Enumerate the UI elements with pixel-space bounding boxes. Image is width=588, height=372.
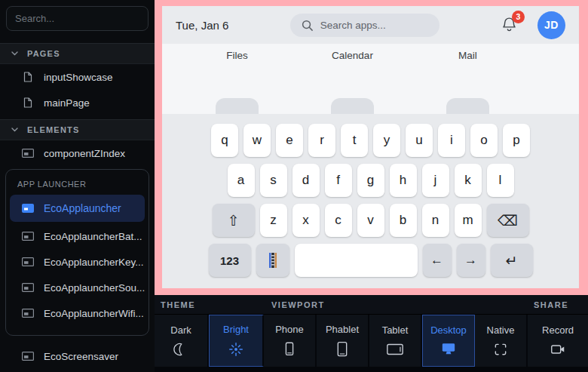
letter-key[interactable]: f	[325, 164, 352, 197]
phablet-icon	[334, 341, 351, 358]
sun-sparkle-icon	[228, 341, 244, 358]
moon-icon	[173, 342, 188, 357]
sidebar-item-ecoapplauncherkey[interactable]: EcoApplauncherKey...	[10, 249, 145, 275]
letter-key[interactable]: l	[487, 164, 514, 197]
letter-key[interactable]: k	[455, 164, 482, 197]
component-icon	[22, 283, 34, 292]
enter-key[interactable]: ↵	[491, 244, 533, 277]
app-launcher-screen: Tue, Jan 6 Search apps... 3 JD FilesCale…	[162, 6, 579, 288]
notifications-button[interactable]: 3	[501, 16, 518, 35]
letter-key[interactable]: s	[260, 164, 287, 197]
viewport-desktop-button[interactable]: Desktop	[422, 315, 475, 367]
desktop-monitor-icon	[440, 342, 457, 357]
letter-key[interactable]: p	[503, 124, 530, 157]
theme-bright-button-label: Bright	[223, 324, 249, 335]
component-icon	[22, 309, 34, 318]
share-section-label: SHARE	[534, 300, 568, 309]
sidebar-search-input[interactable]	[7, 13, 155, 24]
sidebar-item-label: componentZIndex	[44, 148, 125, 159]
theme-dark-button[interactable]: Dark	[155, 315, 209, 367]
section-elements[interactable]: ELEMENTS	[0, 119, 155, 140]
letter-key[interactable]: g	[357, 164, 384, 197]
letter-key[interactable]: o	[470, 124, 498, 157]
letter-key[interactable]: a	[228, 164, 255, 197]
app-tile-partial[interactable]	[331, 98, 374, 114]
sidebar-item-componentzindex[interactable]: componentZIndex	[0, 140, 155, 166]
sidebar-item-ecoapplauncherwifi[interactable]: EcoApplauncherWifi...	[10, 300, 145, 326]
app-tile-partial[interactable]	[446, 98, 489, 114]
app-label[interactable]: Files	[179, 50, 295, 61]
letter-key[interactable]: m	[455, 204, 482, 237]
letter-key[interactable]: j	[422, 164, 449, 197]
shift-key[interactable]: ⇧	[213, 204, 255, 237]
letter-key[interactable]: r	[308, 124, 335, 157]
sidebar-item-mainpage[interactable]: mainPage	[0, 90, 155, 115]
keyboard-row-2: asdfghjkl	[228, 164, 514, 197]
app-search-field[interactable]: Search apps...	[290, 14, 439, 37]
arrow-left-key[interactable]: ←	[423, 244, 452, 277]
arrow-right-key[interactable]: →	[457, 244, 485, 277]
viewport-desktop-button-label: Desktop	[430, 324, 467, 336]
component-icon	[22, 257, 34, 266]
letter-key[interactable]: u	[406, 124, 433, 157]
chevron-down-icon	[11, 128, 18, 132]
sidebar-item-ecoapplauncherSou[interactable]: EcoApplauncherSou...	[10, 275, 145, 300]
user-avatar[interactable]: JD	[537, 11, 565, 39]
letter-key[interactable]: c	[325, 204, 352, 237]
sidebar-item-label: EcoApplauncher	[44, 202, 121, 214]
app-label[interactable]: Calendar	[295, 50, 410, 61]
letter-key[interactable]: d	[292, 164, 320, 197]
backspace-key[interactable]: ⌫	[487, 204, 529, 237]
letter-key[interactable]: n	[422, 204, 449, 237]
letter-key[interactable]: e	[276, 124, 303, 157]
preview-frame: Tue, Jan 6 Search apps... 3 JD FilesCale…	[155, 0, 588, 295]
numeric-mode-key[interactable]: 123	[209, 244, 251, 277]
sidebar-search[interactable]	[6, 6, 149, 31]
viewport-native-button-label: Native	[487, 324, 515, 336]
sidebar-item-getzindex[interactable]: getZIndex	[0, 369, 155, 372]
theme-section-label: THEME	[161, 300, 195, 309]
letter-key[interactable]: z	[260, 204, 287, 237]
theme-dark-button-label: Dark	[170, 324, 191, 336]
section-pages-label: PAGES	[27, 49, 60, 58]
app-tile-partial[interactable]	[216, 98, 259, 114]
letter-key[interactable]: h	[390, 164, 417, 197]
letter-key[interactable]: x	[292, 204, 320, 237]
letter-key[interactable]: q	[211, 124, 238, 157]
sidebar-item-ecoapplauncherbat[interactable]: EcoApplauncherBat...	[10, 223, 145, 249]
viewport-phone-button[interactable]: Phone	[264, 315, 317, 367]
sidebar-item-inputshowcase[interactable]: inputShowcase	[0, 64, 155, 90]
section-elements-label: ELEMENTS	[27, 125, 80, 134]
emoji-key[interactable]	[256, 244, 289, 277]
letter-key[interactable]: i	[438, 124, 465, 157]
letter-key[interactable]: t	[341, 124, 368, 157]
viewport-phablet-button[interactable]: Phablet	[317, 315, 369, 367]
letter-key[interactable]: v	[357, 204, 384, 237]
app-tiles-row	[179, 98, 526, 114]
component-icon	[22, 232, 34, 241]
virtual-keyboard: qwertyuiop asdfghjkl ⇧ zxcvbnm ⌫ 123	[162, 114, 579, 288]
tablet-icon	[386, 342, 404, 357]
keyboard-row-4: 123 ← → ↵	[209, 244, 533, 277]
viewport-native-button[interactable]: Native	[475, 315, 528, 367]
letter-key[interactable]: y	[373, 124, 400, 157]
keyboard-row-1: qwertyuiop	[211, 124, 530, 157]
emoji-strip-icon	[269, 253, 277, 268]
letter-key[interactable]: b	[390, 204, 417, 237]
sidebar-item-label: mainPage	[44, 97, 90, 109]
section-pages[interactable]: PAGES	[0, 43, 155, 64]
app-grid-area: FilesCalendarMail	[162, 44, 579, 114]
sidebar-item-ecoapplauncher-selected[interactable]: EcoApplauncher	[10, 195, 145, 222]
viewport-tablet-button[interactable]: Tablet	[369, 315, 422, 367]
share-record-button[interactable]: Record	[528, 315, 588, 367]
notification-badge: 3	[512, 11, 525, 23]
app-search-placeholder: Search apps...	[320, 20, 386, 31]
letter-key[interactable]: w	[243, 124, 271, 157]
app-launcher-group: APP LAUNCHER EcoApplauncher EcoApplaunch…	[5, 169, 149, 336]
space-key[interactable]	[295, 244, 418, 277]
sidebar-item-ecoscreensaver[interactable]: EcoScreensaver	[0, 343, 155, 369]
sidebar-item-label: EcoApplauncherWifi...	[44, 308, 144, 319]
app-launcher-group-label: APP LAUNCHER	[10, 174, 145, 195]
theme-bright-button[interactable]: Bright	[209, 315, 264, 367]
app-label[interactable]: Mail	[410, 50, 525, 61]
